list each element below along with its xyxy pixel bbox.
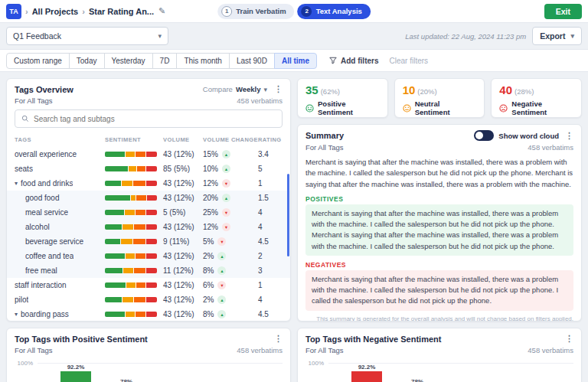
step-text-analysis[interactable]: 2 Text Analysis <box>298 4 371 19</box>
sentiment-cell <box>105 224 163 230</box>
sentiment-bar <box>105 297 157 302</box>
last-updated-text: Last updated: 22 Aug, 2024 11:23 pm <box>405 32 526 41</box>
table-row[interactable]: meal service 5 (5%) 25% 4 <box>7 205 290 220</box>
breadcrumb-current-project: Star Rating An... <box>89 7 154 16</box>
tag-label: overall experience <box>15 150 77 158</box>
negatives-label: NEGATIVES <box>305 261 573 269</box>
bar-value-label: 78% <box>411 378 423 382</box>
range-this-month[interactable]: This month <box>176 53 229 69</box>
stat-label: Neutral Sentiment <box>415 100 477 116</box>
range-all-time[interactable]: All time <box>274 53 317 69</box>
tag-search-box[interactable] <box>15 109 283 128</box>
tag-cell: ▾boarding pass <box>15 310 105 318</box>
kebab-menu-icon[interactable]: ⋮ <box>274 334 283 344</box>
chevron-down-icon[interactable]: ▾ <box>15 311 18 318</box>
range-today[interactable]: Today <box>69 53 105 69</box>
bar-column: 92.2% <box>351 363 382 382</box>
step-label: Text Analysis <box>316 7 362 15</box>
volume-value: 43 (12%) <box>163 310 203 318</box>
compare-dropdown[interactable]: Compare Weekly ▾ <box>203 85 267 93</box>
column-volume-change[interactable]: VOLUME CHANGE <box>203 136 258 143</box>
y-tick: 100% <box>309 360 324 367</box>
kebab-menu-icon[interactable]: ⋮ <box>274 84 283 94</box>
breadcrumb-all-projects[interactable]: All Projects <box>32 7 79 16</box>
compare-value: Weekly <box>236 85 261 93</box>
clear-filters-button[interactable]: Clear filters <box>389 57 428 65</box>
step-train-verbatim[interactable]: 1 Train Verbatim <box>217 4 294 19</box>
range-yesterday[interactable]: Yesterday <box>104 53 153 69</box>
neutral-sentiment-card: 10(20%) Neutral Sentiment <box>394 78 485 118</box>
stat-line: 10(20%) <box>403 83 477 97</box>
tag-cell: overall experience <box>15 150 105 158</box>
table-row[interactable]: free meal 11 (12%) 8% 3 <box>7 263 290 278</box>
edit-pencil-icon[interactable]: ✎ <box>158 6 165 16</box>
plot-area: 92.2% 78% <box>328 363 573 382</box>
table-row[interactable]: overall experience 43 (12%) 15% 3.4 <box>7 147 290 162</box>
change-value: 12% <box>203 223 218 231</box>
summary-header: Summary Show word cloud ⋮ <box>298 125 581 143</box>
sentiment-bar <box>105 268 157 273</box>
range-custom-range[interactable]: Custom range <box>6 53 70 69</box>
search-input[interactable] <box>34 115 276 123</box>
change-value: 2% <box>203 252 214 260</box>
chevron-right-icon: › <box>25 7 28 16</box>
kebab-menu-icon[interactable]: ⋮ <box>565 334 573 344</box>
volume-change-cell: 10% <box>203 165 258 173</box>
tag-cell: good food <box>15 194 105 202</box>
bars-group: 92.2% 78% <box>328 363 573 382</box>
stat-label-line: Negative Sentiment <box>499 100 573 116</box>
column-sentiment[interactable]: SENTIMENT <box>105 136 163 143</box>
table-row[interactable]: alcohol 43 (12%) 12% 4 <box>7 220 290 234</box>
rating-value: 2 <box>258 252 281 260</box>
show-word-cloud-toggle[interactable] <box>474 130 494 141</box>
sentiment-cell <box>105 152 163 157</box>
bar[interactable] <box>351 371 382 382</box>
change-value: 2% <box>203 295 214 304</box>
sentiment-cell <box>105 297 163 302</box>
column-volume[interactable]: VOLUME <box>163 136 203 143</box>
sentiment-bar <box>105 152 157 157</box>
range-last-90d[interactable]: Last 90D <box>229 53 275 69</box>
column-tags[interactable]: TAGS <box>15 136 105 143</box>
step-label: Train Verbatim <box>236 7 286 15</box>
tag-cell: meal service <box>15 208 105 217</box>
table-row[interactable]: staff interaction 43 (12%) 6% 1 <box>7 278 290 292</box>
bar[interactable] <box>60 371 91 382</box>
table-row[interactable]: good food 43 (12%) 20% 1.5 <box>7 191 290 205</box>
bar-column: 78% <box>402 363 433 382</box>
stat-label-line: Positive Sentiment <box>305 100 380 116</box>
card-title: Top Tags with Negative Sentiment <box>305 335 441 344</box>
volume-change-cell: 12% <box>203 223 258 231</box>
exit-button[interactable]: Exit <box>544 4 582 19</box>
tag-label: good food <box>25 194 60 202</box>
table-row[interactable]: pilot 43 (12%) 2% 4 <box>7 292 290 307</box>
add-filters-button[interactable]: Add filters <box>329 57 378 65</box>
table-row[interactable]: ▾food and drinks 43 (12%) 12% 1 <box>7 176 290 191</box>
tag-cell: beverage service <box>15 237 105 246</box>
app-logo: TA <box>6 4 21 19</box>
y-axis: 100% 80% 60% <box>15 363 38 382</box>
column-rating[interactable]: RATING <box>258 136 281 143</box>
change-value: 8% <box>203 266 214 275</box>
dataset-select[interactable]: Q1 Feedback ▾ <box>6 27 168 45</box>
table-row[interactable]: coffee and tea 43 (12%) 2% 2 <box>7 249 290 263</box>
kebab-menu-icon[interactable]: ⋮ <box>565 131 573 141</box>
trend-icon <box>222 223 230 231</box>
bar-chart: 100% 80% 60% 92.2% 78% <box>298 358 581 382</box>
table-row[interactable]: beverage service 9 (11%) 5% 4.5 <box>7 234 290 249</box>
sentiment-cell <box>105 268 163 273</box>
table-row[interactable]: seats 85 (5%) 10% 5 <box>7 162 290 176</box>
negative-sentiment-chart-card: Top Tags with Negative Sentiment ⋮ For A… <box>297 328 582 382</box>
sentiment-bar <box>105 282 157 288</box>
export-button[interactable]: Export ▾ <box>532 27 582 45</box>
range-7d[interactable]: 7D <box>152 53 178 69</box>
volume-change-cell: 12% <box>203 179 258 188</box>
positive-sentiment-chart-card: Top Tags with Positive Sentiment ⋮ For A… <box>6 328 291 382</box>
table-row[interactable]: ▾boarding pass 43 (12%) 8% 4.5 <box>7 307 290 322</box>
vertical-scrollbar[interactable] <box>287 174 289 256</box>
app-header: TA › All Projects › Star Rating An... ✎ … <box>0 0 588 23</box>
summary-overview-text: Merchant is saying that after the machin… <box>298 155 581 190</box>
add-filters-label: Add filters <box>341 57 378 65</box>
scope-label: For All Tags <box>15 346 52 354</box>
chevron-down-icon[interactable]: ▾ <box>15 180 18 187</box>
